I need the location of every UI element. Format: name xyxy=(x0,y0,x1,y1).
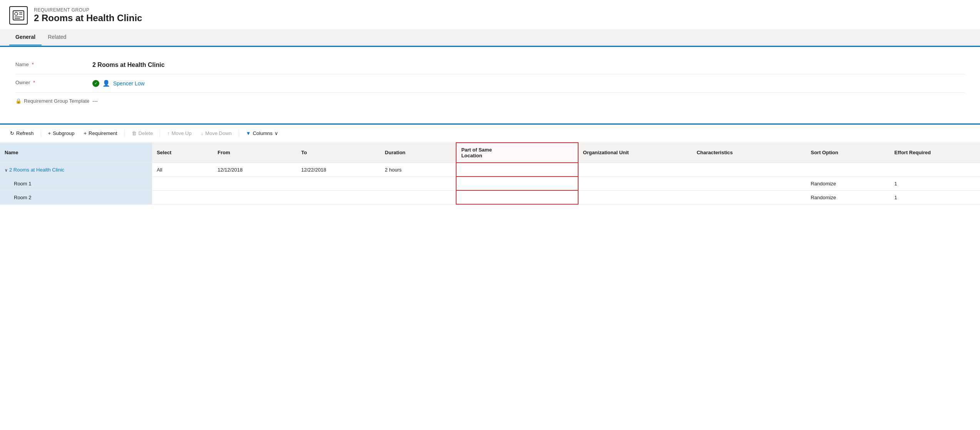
header-text-block: REQUIREMENT GROUP 2 Rooms at Health Clin… xyxy=(34,7,142,23)
row-name: Room 2 xyxy=(5,195,32,200)
table-cell: 12/12/2018 xyxy=(213,163,296,177)
delete-icon: 🗑 xyxy=(132,130,137,136)
table-cell xyxy=(297,190,380,204)
header-icon xyxy=(9,6,28,25)
subgrid-table: Name Select From To Duration Part of Sam… xyxy=(0,142,980,205)
header-subtitle: REQUIREMENT GROUP xyxy=(34,7,142,13)
table-cell xyxy=(380,190,457,204)
table-cell: Randomize xyxy=(806,190,890,204)
col-header-from: From xyxy=(213,143,296,163)
row-name: Room 1 xyxy=(5,181,32,187)
table-cell xyxy=(456,190,578,204)
subgrid-toolbar: ↻ Refresh + Subgroup + Requirement 🗑 Del… xyxy=(0,125,980,142)
requirement-button[interactable]: + Requirement xyxy=(80,128,121,138)
label-owner: Owner * xyxy=(15,80,92,85)
plus-icon-subgroup: + xyxy=(48,130,51,136)
value-template: --- xyxy=(92,98,965,104)
table-cell: Room 2 xyxy=(0,190,152,204)
col-header-effort-required: Effort Required xyxy=(890,143,980,163)
table-row[interactable]: ∨2 Rooms at Health ClinicAll12/12/201812… xyxy=(0,163,980,177)
table-cell xyxy=(692,163,806,177)
value-name[interactable]: 2 Rooms at Health Clinic xyxy=(92,62,965,68)
move-down-button[interactable]: ↓ Move Down xyxy=(197,128,236,138)
tab-related[interactable]: Related xyxy=(42,29,72,45)
col-header-part-of-same: Part of Same Location xyxy=(456,143,578,163)
move-up-icon: ↑ xyxy=(167,130,170,136)
move-down-icon: ↓ xyxy=(201,130,204,136)
header-title: 2 Rooms at Health Clinic xyxy=(34,13,142,23)
col-header-to: To xyxy=(297,143,380,163)
form-row-owner: Owner * ✓ 👤 Spencer Low xyxy=(15,74,965,93)
separator-4 xyxy=(239,130,239,137)
plus-icon-requirement: + xyxy=(84,130,87,136)
col-header-characteristics: Characteristics xyxy=(692,143,806,163)
subgrid-section: ↻ Refresh + Subgroup + Requirement 🗑 Del… xyxy=(0,123,980,205)
columns-button[interactable]: ▼ Columns ∨ xyxy=(242,128,282,138)
form-row-name: Name * 2 Rooms at Health Clinic xyxy=(15,56,965,74)
table-cell xyxy=(692,177,806,190)
form-row-template: 🔒 Requirement Group Template --- xyxy=(15,93,965,110)
table-cell xyxy=(578,177,692,190)
table-cell: 1 xyxy=(890,190,980,204)
svg-rect-1 xyxy=(15,12,18,15)
refresh-button[interactable]: ↻ Refresh xyxy=(6,128,38,138)
form-section: Name * 2 Rooms at Health Clinic Owner * … xyxy=(0,47,980,119)
table-cell xyxy=(578,190,692,204)
table-cell xyxy=(297,177,380,190)
row-name[interactable]: 2 Rooms at Health Clinic xyxy=(9,167,64,173)
table-cell: Room 1 xyxy=(0,177,152,190)
table-cell xyxy=(213,177,296,190)
filter-icon: ▼ xyxy=(246,130,251,136)
expand-icon: ∨ xyxy=(5,168,8,172)
owner-link[interactable]: Spencer Low xyxy=(113,80,965,87)
table-cell xyxy=(152,177,213,190)
table-cell xyxy=(152,190,213,204)
table-cell: All xyxy=(152,163,213,177)
lock-icon: 🔒 xyxy=(15,98,22,104)
table-cell xyxy=(692,190,806,204)
subgrid-table-wrapper: Name Select From To Duration Part of Sam… xyxy=(0,142,980,205)
delete-button[interactable]: 🗑 Delete xyxy=(128,128,157,138)
tab-general[interactable]: General xyxy=(9,29,42,45)
move-up-button[interactable]: ↑ Move Up xyxy=(163,128,196,138)
table-cell xyxy=(380,177,457,190)
page-wrapper: REQUIREMENT GROUP 2 Rooms at Health Clin… xyxy=(0,0,980,430)
table-cell: 2 hours xyxy=(380,163,457,177)
label-name: Name * xyxy=(15,62,92,67)
label-template: 🔒 Requirement Group Template xyxy=(15,98,92,104)
subgroup-button[interactable]: + Subgroup xyxy=(44,128,79,138)
separator-3 xyxy=(160,130,160,137)
col-header-sort-option: Sort Option xyxy=(806,143,890,163)
table-cell: 12/22/2018 xyxy=(297,163,380,177)
separator-2 xyxy=(124,130,125,137)
table-row[interactable]: Room 2Randomize1 xyxy=(0,190,980,204)
table-row[interactable]: Room 1Randomize1 xyxy=(0,177,980,190)
tabs-bar: General Related xyxy=(0,29,980,46)
check-circle-icon: ✓ xyxy=(92,80,99,87)
value-owner: ✓ 👤 Spencer Low xyxy=(92,80,965,87)
table-cell: 1 xyxy=(890,177,980,190)
chevron-down-icon: ∨ xyxy=(274,130,278,136)
table-cell xyxy=(578,163,692,177)
col-header-org-unit: Organizational Unit xyxy=(578,143,692,163)
table-cell: Randomize xyxy=(806,177,890,190)
table-cell xyxy=(456,163,578,177)
table-cell xyxy=(456,177,578,190)
refresh-icon: ↻ xyxy=(10,130,14,136)
table-cell: ∨2 Rooms at Health Clinic xyxy=(0,163,152,177)
separator-1 xyxy=(41,130,41,137)
col-header-name: Name xyxy=(0,143,152,163)
person-icon: 👤 xyxy=(102,80,110,87)
table-cell xyxy=(806,163,890,177)
col-header-duration: Duration xyxy=(380,143,457,163)
table-cell xyxy=(213,190,296,204)
col-header-select: Select xyxy=(152,143,213,163)
page-header: REQUIREMENT GROUP 2 Rooms at Health Clin… xyxy=(0,0,980,29)
table-cell xyxy=(890,163,980,177)
